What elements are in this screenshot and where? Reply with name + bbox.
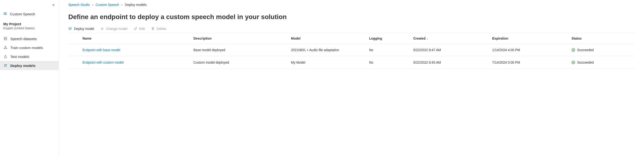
sidebar-item-label: Deploy models <box>10 64 36 68</box>
svg-point-3 <box>6 48 7 49</box>
main-content: Speech Studio › Custom Speech › Deploy m… <box>59 0 644 156</box>
status-text: Succeeded <box>577 48 594 52</box>
breadcrumb-current: Deploy models <box>125 3 147 6</box>
deploy-icon <box>68 27 72 31</box>
breadcrumb-custom-speech[interactable]: Custom Speech <box>96 3 119 6</box>
cell-logging: No <box>366 56 410 69</box>
status-badge: Succeeded <box>572 60 632 64</box>
sidebar-item-label: Test models <box>10 55 29 59</box>
trash-icon <box>151 27 155 31</box>
breadcrumb: Speech Studio › Custom Speech › Deploy m… <box>68 3 634 6</box>
change-model-button: Change model <box>100 27 128 31</box>
swap-icon <box>100 27 104 31</box>
toolbar-label: Change model <box>106 27 128 31</box>
cell-description: Custom model deployed <box>190 56 288 69</box>
sidebar: Custom Speech My Project English (United… <box>0 0 59 156</box>
row-select[interactable] <box>68 56 80 69</box>
sidebar-item-train-models[interactable]: Train custom models <box>0 43 59 52</box>
delete-button: Delete <box>151 27 166 31</box>
cell-model: 20210831 + Audio file adaptation <box>288 44 366 56</box>
check-circle-icon <box>572 48 575 52</box>
column-expiration[interactable]: Expiration <box>490 33 569 44</box>
sidebar-home[interactable]: Custom Speech <box>0 10 59 20</box>
sort-down-icon: ↓ <box>426 36 428 40</box>
endpoints-table: Name Description Model Logging Created↓ … <box>68 33 634 69</box>
chevron-double-left-icon <box>52 3 55 6</box>
row-select[interactable] <box>68 44 80 56</box>
check-circle-icon <box>572 60 575 64</box>
collapse-sidebar-button[interactable] <box>0 2 59 10</box>
chevron-right-icon: › <box>121 3 122 6</box>
sidebar-item-label: Speech datasets <box>10 37 37 41</box>
toolbar-label: Edit <box>139 27 145 31</box>
status-text: Succeeded <box>577 60 594 64</box>
cell-created: 5/22/2022 8:47 AM <box>410 44 489 56</box>
breadcrumb-speech-studio[interactable]: Speech Studio <box>68 3 90 6</box>
endpoint-link[interactable]: Endpoint with base model <box>82 48 120 52</box>
toolbar-label: Delete <box>157 27 166 31</box>
column-logging[interactable]: Logging <box>366 33 410 44</box>
endpoint-link[interactable]: Endpoint with custom model <box>82 60 124 64</box>
column-select <box>68 33 80 44</box>
cell-expiration: 1/14/2024 4:00 PM <box>490 44 569 56</box>
table-row[interactable]: Endpoint with custom model Custom model … <box>68 56 634 69</box>
table-row[interactable]: Endpoint with base model Base model depl… <box>68 44 634 56</box>
flask-icon <box>3 54 8 59</box>
sidebar-item-speech-datasets[interactable]: Speech datasets <box>0 34 59 43</box>
cell-expiration: 7/14/2024 5:00 PM <box>490 56 569 69</box>
svg-point-0 <box>4 37 7 38</box>
project-language: English (United States) <box>3 26 55 30</box>
column-status[interactable]: Status <box>568 33 634 44</box>
database-icon <box>3 36 8 41</box>
edit-button: Edit <box>134 27 145 31</box>
chevron-right-icon: › <box>92 3 93 6</box>
cell-created: 5/22/2022 8:45 AM <box>410 56 489 69</box>
sidebar-item-test-models[interactable]: Test models <box>0 52 59 61</box>
sidebar-item-label: Train custom models <box>10 46 43 50</box>
cell-description: Base model deployed <box>190 44 288 56</box>
sidebar-item-deploy-models[interactable]: Deploy models <box>0 61 59 70</box>
svg-point-1 <box>5 46 6 47</box>
project-block: My Project English (United States) <box>0 20 59 34</box>
list-icon <box>3 12 7 16</box>
cell-model: My Model <box>288 56 366 69</box>
deploy-icon <box>3 64 8 68</box>
column-name[interactable]: Name <box>80 33 190 44</box>
cell-logging: No <box>366 44 410 56</box>
network-icon <box>3 46 8 50</box>
svg-point-2 <box>4 48 5 49</box>
deploy-model-button[interactable]: Deploy model <box>68 27 94 31</box>
column-description[interactable]: Description <box>190 33 288 44</box>
pencil-icon <box>134 27 137 31</box>
status-badge: Succeeded <box>572 48 632 52</box>
toolbar-label: Deploy model <box>74 27 94 31</box>
column-model[interactable]: Model <box>288 33 366 44</box>
toolbar: Deploy model Change model Edit Delete <box>68 27 634 31</box>
page-title: Define an endpoint to deploy a custom sp… <box>68 13 634 21</box>
project-title: My Project <box>3 22 55 26</box>
column-created[interactable]: Created↓ <box>410 33 489 44</box>
sidebar-home-label: Custom Speech <box>10 12 35 16</box>
